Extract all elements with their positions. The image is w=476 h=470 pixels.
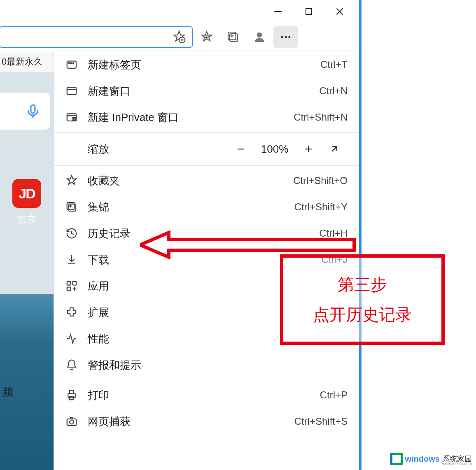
- inprivate-icon: [65, 111, 84, 123]
- zoom-in-button[interactable]: +: [295, 142, 322, 157]
- bookmark-strip[interactable]: 0最新永久: [0, 51, 54, 72]
- menu-item-shortcut: Ctrl+Shift+N: [294, 112, 348, 123]
- svg-point-21: [71, 63, 72, 64]
- zoom-label: 缩放: [88, 142, 228, 156]
- collections-icon: [65, 201, 84, 213]
- titlebar: [0, 0, 359, 23]
- more-toolbar-icon[interactable]: [273, 26, 298, 48]
- collections-toolbar-icon[interactable]: [221, 26, 245, 48]
- menu-new-inprivate[interactable]: 新建 InPrivate 窗口 Ctrl+Shift+N: [54, 104, 359, 130]
- menu-separator: [54, 132, 359, 133]
- annotation-line2: 点开历史记录: [313, 303, 412, 326]
- jd-icon: JD: [12, 179, 41, 208]
- history-icon: [65, 227, 84, 240]
- menu-item-shortcut: Ctrl+Shift+S: [294, 416, 348, 427]
- star-icon: [65, 175, 84, 187]
- toolbar: [0, 23, 359, 51]
- menu-zoom: 缩放 − 100% +: [54, 134, 359, 164]
- watermark-url: www.ruixitu.com: [442, 461, 472, 466]
- bookmark-item-label: 0最新永久: [2, 56, 43, 68]
- favorites-toolbar-icon[interactable]: [194, 26, 219, 48]
- svg-rect-37: [67, 287, 71, 291]
- menu-item-label: 集锦: [84, 200, 294, 214]
- print-icon: [65, 389, 84, 401]
- address-bar[interactable]: [0, 26, 193, 48]
- menu-item-label: 新建窗口: [84, 84, 319, 98]
- svg-point-44: [70, 420, 74, 424]
- add-favorite-icon[interactable]: [172, 30, 186, 44]
- partial-label: 频: [2, 385, 13, 399]
- close-button[interactable]: [324, 0, 355, 23]
- menu-history[interactable]: 历史记录 Ctrl+H: [54, 220, 359, 247]
- menu-collections[interactable]: 集锦 Ctrl+Shift+Y: [54, 194, 359, 220]
- menu-item-label: 收藏夹: [84, 174, 293, 188]
- svg-point-22: [73, 63, 74, 64]
- apps-icon: [65, 280, 84, 292]
- extensions-icon: [65, 306, 84, 319]
- browser-window: 0最新永久 JD 京东 频 新建标签页: [0, 0, 362, 470]
- svg-point-13: [257, 33, 262, 38]
- menu-item-label: 打印: [84, 388, 320, 403]
- svg-rect-9: [230, 34, 238, 42]
- watermark: windows 系统家园 www.ruixitu.com: [390, 453, 472, 465]
- menu-item-shortcut: Ctrl+N: [319, 85, 348, 97]
- svg-rect-17: [31, 105, 35, 113]
- menu-item-label: 历史记录: [84, 226, 319, 241]
- svg-point-15: [285, 36, 287, 38]
- menu-favorites[interactable]: 收藏夹 Ctrl+Shift+O: [54, 168, 359, 194]
- svg-rect-36: [73, 282, 77, 285]
- menu-item-shortcut: Ctrl+Shift+Y: [294, 201, 348, 213]
- svg-rect-23: [67, 87, 77, 95]
- menu-item-shortcut: Ctrl+Shift+O: [293, 175, 348, 186]
- watermark-icon: [390, 453, 403, 465]
- svg-rect-19: [67, 61, 77, 68]
- watermark-brand: windows: [405, 454, 440, 464]
- svg-rect-41: [70, 391, 74, 394]
- performance-icon: [65, 333, 84, 345]
- download-icon: [65, 254, 84, 266]
- fullscreen-button[interactable]: [329, 143, 355, 155]
- svg-point-14: [281, 36, 283, 38]
- menu-item-label: 新建标签页: [84, 58, 320, 72]
- menu-item-shortcut: Ctrl+T: [320, 59, 348, 70]
- menu-new-tab[interactable]: 新建标签页 Ctrl+T: [54, 51, 359, 78]
- annotation-callout: 第三步 点开历史记录: [280, 254, 445, 345]
- jd-tile[interactable]: JD 京东: [8, 179, 45, 226]
- bell-icon: [65, 359, 84, 371]
- jd-label: 京东: [8, 213, 45, 226]
- menu-item-label: 网页捕获: [84, 414, 294, 429]
- svg-rect-35: [67, 282, 71, 285]
- zoom-divider: [325, 140, 325, 158]
- menu-item-label: 警报和提示: [84, 358, 348, 372]
- menu-alerts[interactable]: 警报和提示: [54, 352, 359, 378]
- svg-rect-42: [70, 397, 74, 400]
- new-tab-icon: [65, 58, 84, 71]
- menu-separator: [54, 380, 359, 380]
- svg-point-28: [73, 119, 75, 120]
- menu-item-shortcut: Ctrl+P: [320, 389, 348, 401]
- menu-item-shortcut: Ctrl+H: [319, 228, 348, 239]
- new-window-icon: [65, 85, 84, 97]
- zoom-value: 100%: [254, 143, 295, 156]
- menu-print[interactable]: 打印 Ctrl+P: [54, 382, 359, 408]
- menu-new-window[interactable]: 新建窗口 Ctrl+N: [54, 78, 359, 104]
- page-background: 0最新永久 JD 京东 频: [0, 51, 54, 470]
- camera-icon: [65, 415, 84, 428]
- zoom-out-button[interactable]: −: [228, 142, 254, 157]
- profile-toolbar-icon[interactable]: [247, 26, 272, 48]
- menu-separator: [54, 165, 359, 166]
- minimize-button[interactable]: [262, 0, 293, 23]
- svg-point-16: [288, 36, 290, 38]
- svg-rect-1: [306, 9, 312, 14]
- menu-web-capture[interactable]: 网页捕获 Ctrl+Shift+S: [54, 408, 359, 435]
- microphone-icon[interactable]: [25, 103, 41, 119]
- annotation-line1: 第三步: [338, 273, 387, 296]
- svg-point-20: [69, 63, 70, 64]
- page-search-box[interactable]: [0, 93, 50, 130]
- maximize-button[interactable]: [293, 0, 324, 23]
- menu-item-label: 新建 InPrivate 窗口: [84, 110, 294, 125]
